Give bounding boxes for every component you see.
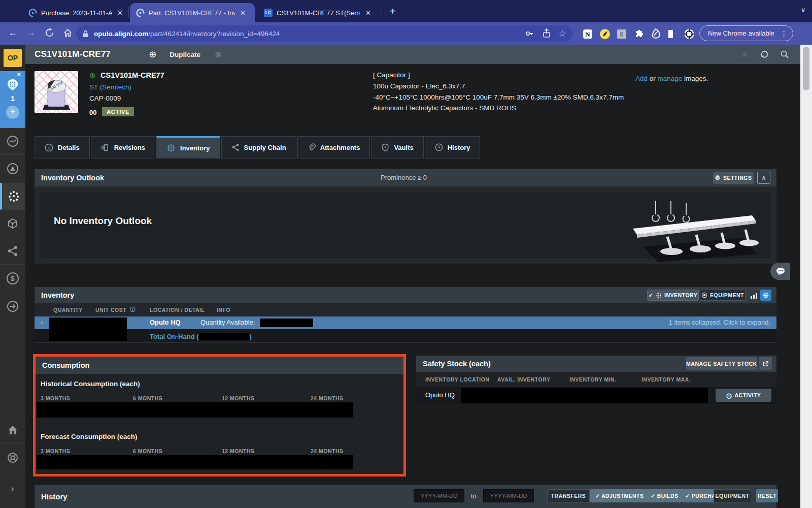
safety-stock-external-link-button[interactable] <box>759 357 772 370</box>
sidebar-item-help[interactable] <box>0 444 25 471</box>
filter-label: ADJUSTMENTS <box>601 493 644 499</box>
filter-builds-button[interactable]: ✓ BUILDS <box>651 493 678 499</box>
reset-button[interactable]: RESET <box>756 489 778 502</box>
notion-extension-icon[interactable]: N <box>582 28 593 40</box>
pinned-count: 1 <box>0 94 25 103</box>
pinned-add-button[interactable]: + <box>6 106 19 119</box>
leaf-extension-icon[interactable] <box>650 28 661 40</box>
tab-details[interactable]: Details <box>35 136 90 158</box>
collapsed-note[interactable]: 1 items collapsed. Click to expand. <box>669 319 770 326</box>
scrollbar-thumb[interactable] <box>803 47 809 90</box>
forward-button[interactable]: → <box>24 27 38 38</box>
inventory-chart-button[interactable] <box>748 290 759 301</box>
tab-inventory-active[interactable]: Inventory <box>156 136 220 158</box>
workspace-avatar[interactable]: OP <box>4 49 22 67</box>
back-button[interactable]: ← <box>6 27 19 38</box>
add-inventory-button[interactable]: ⊕ <box>760 290 771 301</box>
home-icon <box>7 425 18 436</box>
sidebar-item-home[interactable] <box>0 417 25 444</box>
tab-close-icon[interactable]: ✕ <box>117 9 123 17</box>
share-icon[interactable] <box>542 28 552 39</box>
outlook-settings-button[interactable]: ⚙ SETTINGS <box>713 172 754 184</box>
settings-label: SETTINGS <box>723 175 752 181</box>
yellow-extension-icon[interactable] <box>599 28 611 40</box>
tab-close-icon[interactable]: ✕ <box>240 9 246 17</box>
update-chrome-button[interactable]: New Chrome available ⋮ <box>699 25 793 41</box>
sidepanel-extension-icon[interactable] <box>667 28 678 40</box>
reload-button[interactable] <box>43 27 56 38</box>
manage-safety-stock-button[interactable]: MANAGE SAFETY STOCK <box>686 357 757 370</box>
clock-icon <box>435 143 443 151</box>
url-bar[interactable]: opulo.aligni.com/part/462414/inventory?r… <box>76 25 572 42</box>
refresh-history-icon[interactable] <box>760 50 769 59</box>
column-inventory-location: INVENTORY LOCATION <box>425 376 489 383</box>
sidebar-item-inventory[interactable] <box>0 210 25 237</box>
equipment-toggle-button[interactable]: EQUIPMENT <box>700 290 746 301</box>
activity-button[interactable]: ◷ ACTIVITY <box>716 389 771 402</box>
password-key-icon[interactable] <box>524 28 534 39</box>
gray-extension-icon[interactable] <box>616 28 627 40</box>
browser-tab-part-active[interactable]: Part: CS1V101M-CRE77 - Inve ✕ <box>130 3 255 22</box>
chat-help-button[interactable] <box>770 263 790 280</box>
chat-bubble-icon <box>775 267 786 276</box>
chrome-menu-icon[interactable]: ⋮ <box>781 29 788 38</box>
filter-transfers-button[interactable]: TRANSFERS <box>547 489 590 502</box>
home-button[interactable] <box>61 27 74 38</box>
url-domain: opulo.aligni.com <box>94 30 148 38</box>
part-image[interactable]: 100 35V <box>35 71 78 113</box>
scrollbar-track[interactable] <box>800 45 812 508</box>
safety-stock-row: Opulo HQ ◷ ACTIVITY <box>416 387 776 404</box>
sidebar-item-supply-chain[interactable] <box>0 238 25 265</box>
page-title: CS1V101M-CRE77 <box>35 49 111 59</box>
filter-label: EQUIPMENT <box>716 493 750 499</box>
part-family: Aluminum Electrolytic Capacitors - SMD R… <box>373 104 516 112</box>
unit-cost-info-icon[interactable]: ⓘ <box>130 306 136 313</box>
sidebar-item-dashboard[interactable] <box>0 128 25 155</box>
inventory-toggle-button[interactable]: ✓ INVENTORY <box>647 290 699 301</box>
tab-vaults[interactable]: Vaults <box>371 136 423 158</box>
favorite-star-icon[interactable]: ★ <box>741 49 749 60</box>
inventory-location-row[interactable]: › Opulo HQ Quantity Available: 1 items c… <box>35 316 776 329</box>
activity-label: ACTIVITY <box>735 392 761 398</box>
history-date-from-input[interactable] <box>414 489 464 502</box>
outlook-collapse-button[interactable]: ∧ <box>757 172 770 184</box>
part-add-icon[interactable]: ⊕ <box>89 71 96 80</box>
sidebar-item-purchasing[interactable]: $ <box>0 265 25 292</box>
redacted-safety-values <box>461 388 708 403</box>
add-part-icon[interactable]: ⊕ <box>149 49 156 60</box>
bookmark-star-icon[interactable]: ☆ <box>559 28 566 39</box>
browser-tab-purchase[interactable]: Purchase: 2023-11-01-A ✕ <box>22 3 128 22</box>
sidebar-item-vendors[interactable] <box>0 155 25 182</box>
new-tab-button[interactable]: + <box>390 5 396 17</box>
tab-search-chevron-icon[interactable]: ∨ <box>801 6 806 14</box>
sidebar-item-parts[interactable] <box>0 183 25 210</box>
manage-images-link[interactable]: manage <box>658 75 683 82</box>
tab-close-icon[interactable]: ✕ <box>365 9 371 17</box>
pinned-close-icon[interactable]: ✕ <box>17 72 21 77</box>
part-manufacturer-link[interactable]: ST (Semtech) <box>89 83 131 91</box>
sidebar-collapse-chevron-icon[interactable]: › <box>0 475 25 502</box>
add-image-link[interactable]: Add <box>635 75 648 82</box>
search-icon[interactable] <box>780 50 789 59</box>
tab-supply-chain[interactable]: Supply Chain <box>221 136 296 158</box>
column-avail-inventory: AVAIL. INVENTORY <box>497 376 550 383</box>
browser-tab-lcsc[interactable]: LC CS1V101M-CRE77 ST(Semtec ✕ <box>258 3 380 22</box>
pinned-part-icon[interactable] <box>7 79 18 91</box>
tab-revisions[interactable]: Revisions <box>91 136 155 158</box>
history-date-to-input[interactable] <box>483 489 534 502</box>
expand-chevron-icon[interactable]: › <box>41 319 43 326</box>
tab-attachments[interactable]: Attachments <box>297 136 370 158</box>
target-extension-icon[interactable] <box>684 28 695 40</box>
tab-history[interactable]: History <box>425 136 481 158</box>
filter-equipment-button[interactable]: EQUIPMENT <box>714 489 751 502</box>
extensions-puzzle-icon[interactable] <box>633 28 644 40</box>
sidebar-item-transfers[interactable] <box>0 293 25 320</box>
part-number: CAP-0009 <box>89 94 121 102</box>
or-text: or <box>648 75 658 82</box>
filter-adjustments-button[interactable]: ✓ ADJUSTMENTS <box>595 493 644 499</box>
duplicate-button[interactable]: Duplicate <box>170 51 200 58</box>
lock-icon <box>82 30 89 38</box>
inventory-column-header-row: QUANTITY UNIT COST ⓘ LOCATION / DETAIL I… <box>35 303 776 316</box>
dismiss-circle-icon[interactable]: ⊗ <box>215 50 221 59</box>
tab-label: History <box>448 144 470 151</box>
